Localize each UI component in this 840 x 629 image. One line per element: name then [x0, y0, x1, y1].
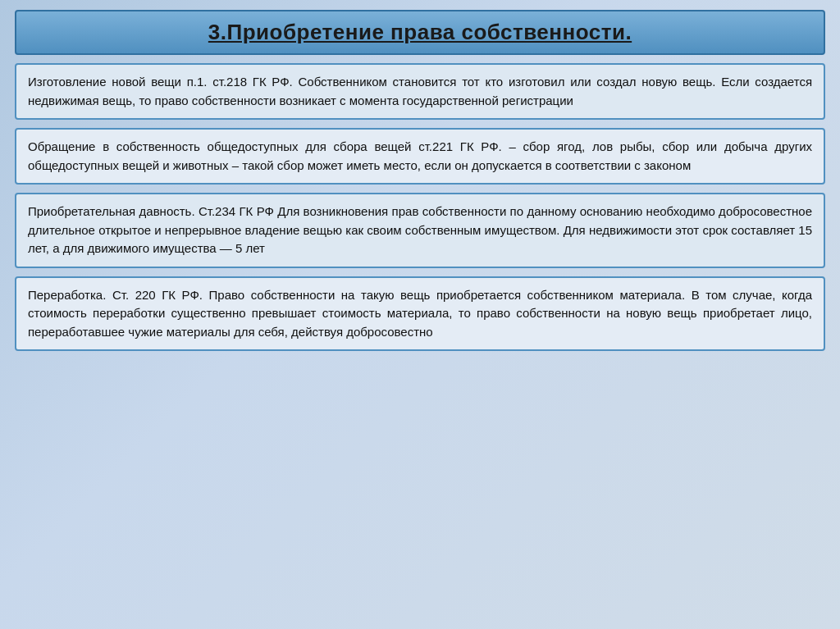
card-3-keyword: Приобретательная давность.	[28, 204, 195, 218]
card-4-body: Ст. 220 ГК РФ. Право собственности на та…	[28, 288, 812, 339]
card-2-keyword: Обращение в собственность общедоступных …	[28, 139, 411, 153]
content-area: Изготовление новой вещи п.1. ст.218 ГК Р…	[15, 63, 825, 619]
card-prescription: Приобретательная давность. Ст.234 ГК РФ …	[15, 193, 825, 268]
card-1-keyword: Изготовление новой вещи	[28, 75, 181, 89]
page-wrapper: 3.Приобретение права собственности. Изго…	[0, 0, 840, 629]
card-processing: Переработка. Ст. 220 ГК РФ. Право собств…	[15, 276, 825, 352]
page-title: 3.Приобретение права собственности.	[15, 10, 825, 55]
card-manufacturing: Изготовление новой вещи п.1. ст.218 ГК Р…	[15, 63, 825, 120]
card-4-keyword: Переработка.	[28, 288, 106, 302]
card-public-collection: Обращение в собственность общедоступных …	[15, 128, 825, 185]
